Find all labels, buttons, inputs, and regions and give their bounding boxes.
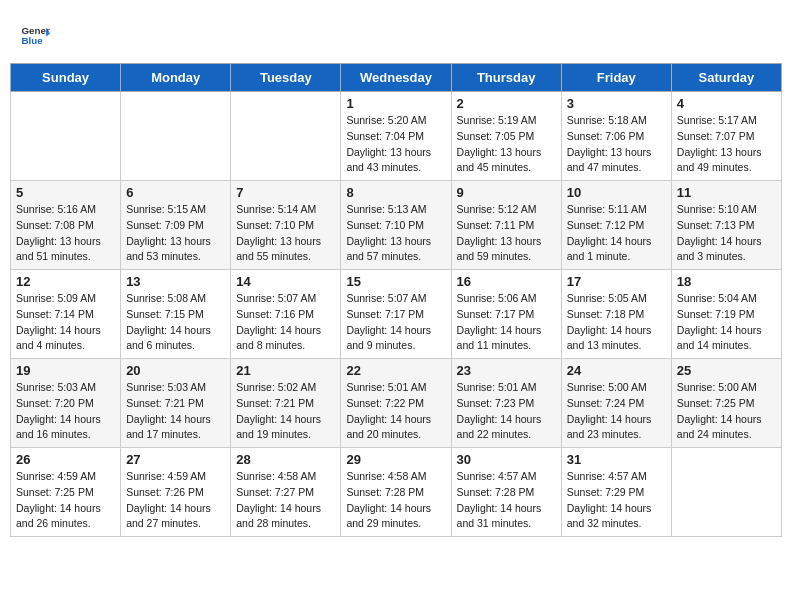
calendar-cell: 15Sunrise: 5:07 AM Sunset: 7:17 PM Dayli…: [341, 270, 451, 359]
day-info: Sunrise: 5:08 AM Sunset: 7:15 PM Dayligh…: [126, 291, 225, 354]
weekday-header-thursday: Thursday: [451, 64, 561, 92]
day-number: 7: [236, 185, 335, 200]
day-info: Sunrise: 5:00 AM Sunset: 7:24 PM Dayligh…: [567, 380, 666, 443]
calendar-cell: 28Sunrise: 4:58 AM Sunset: 7:27 PM Dayli…: [231, 448, 341, 537]
day-number: 9: [457, 185, 556, 200]
day-info: Sunrise: 5:19 AM Sunset: 7:05 PM Dayligh…: [457, 113, 556, 176]
day-info: Sunrise: 4:58 AM Sunset: 7:27 PM Dayligh…: [236, 469, 335, 532]
calendar-cell: 5Sunrise: 5:16 AM Sunset: 7:08 PM Daylig…: [11, 181, 121, 270]
day-number: 12: [16, 274, 115, 289]
calendar-cell: [121, 92, 231, 181]
calendar-cell: 11Sunrise: 5:10 AM Sunset: 7:13 PM Dayli…: [671, 181, 781, 270]
day-number: 31: [567, 452, 666, 467]
calendar-cell: [671, 448, 781, 537]
day-info: Sunrise: 5:12 AM Sunset: 7:11 PM Dayligh…: [457, 202, 556, 265]
calendar-cell: 17Sunrise: 5:05 AM Sunset: 7:18 PM Dayli…: [561, 270, 671, 359]
calendar-cell: 3Sunrise: 5:18 AM Sunset: 7:06 PM Daylig…: [561, 92, 671, 181]
day-number: 22: [346, 363, 445, 378]
day-number: 5: [16, 185, 115, 200]
calendar-cell: [11, 92, 121, 181]
calendar-cell: 19Sunrise: 5:03 AM Sunset: 7:20 PM Dayli…: [11, 359, 121, 448]
day-number: 13: [126, 274, 225, 289]
day-info: Sunrise: 5:02 AM Sunset: 7:21 PM Dayligh…: [236, 380, 335, 443]
calendar-cell: 13Sunrise: 5:08 AM Sunset: 7:15 PM Dayli…: [121, 270, 231, 359]
day-info: Sunrise: 5:01 AM Sunset: 7:23 PM Dayligh…: [457, 380, 556, 443]
day-info: Sunrise: 5:03 AM Sunset: 7:21 PM Dayligh…: [126, 380, 225, 443]
day-number: 3: [567, 96, 666, 111]
logo: General Blue: [20, 20, 54, 50]
day-number: 27: [126, 452, 225, 467]
day-info: Sunrise: 5:00 AM Sunset: 7:25 PM Dayligh…: [677, 380, 776, 443]
weekday-header-monday: Monday: [121, 64, 231, 92]
calendar-cell: 7Sunrise: 5:14 AM Sunset: 7:10 PM Daylig…: [231, 181, 341, 270]
day-info: Sunrise: 5:17 AM Sunset: 7:07 PM Dayligh…: [677, 113, 776, 176]
day-number: 21: [236, 363, 335, 378]
weekday-header-saturday: Saturday: [671, 64, 781, 92]
day-info: Sunrise: 5:04 AM Sunset: 7:19 PM Dayligh…: [677, 291, 776, 354]
day-info: Sunrise: 5:07 AM Sunset: 7:16 PM Dayligh…: [236, 291, 335, 354]
day-info: Sunrise: 5:05 AM Sunset: 7:18 PM Dayligh…: [567, 291, 666, 354]
calendar-cell: 8Sunrise: 5:13 AM Sunset: 7:10 PM Daylig…: [341, 181, 451, 270]
calendar-cell: 6Sunrise: 5:15 AM Sunset: 7:09 PM Daylig…: [121, 181, 231, 270]
day-number: 10: [567, 185, 666, 200]
day-number: 6: [126, 185, 225, 200]
calendar-cell: 31Sunrise: 4:57 AM Sunset: 7:29 PM Dayli…: [561, 448, 671, 537]
day-number: 28: [236, 452, 335, 467]
day-number: 4: [677, 96, 776, 111]
day-number: 24: [567, 363, 666, 378]
calendar-cell: 27Sunrise: 4:59 AM Sunset: 7:26 PM Dayli…: [121, 448, 231, 537]
calendar-cell: [231, 92, 341, 181]
calendar-cell: 16Sunrise: 5:06 AM Sunset: 7:17 PM Dayli…: [451, 270, 561, 359]
day-info: Sunrise: 4:57 AM Sunset: 7:28 PM Dayligh…: [457, 469, 556, 532]
day-number: 18: [677, 274, 776, 289]
day-number: 25: [677, 363, 776, 378]
calendar-cell: 4Sunrise: 5:17 AM Sunset: 7:07 PM Daylig…: [671, 92, 781, 181]
day-number: 17: [567, 274, 666, 289]
day-info: Sunrise: 5:09 AM Sunset: 7:14 PM Dayligh…: [16, 291, 115, 354]
day-number: 15: [346, 274, 445, 289]
calendar-cell: 24Sunrise: 5:00 AM Sunset: 7:24 PM Dayli…: [561, 359, 671, 448]
day-info: Sunrise: 5:16 AM Sunset: 7:08 PM Dayligh…: [16, 202, 115, 265]
calendar-cell: 14Sunrise: 5:07 AM Sunset: 7:16 PM Dayli…: [231, 270, 341, 359]
calendar-cell: 23Sunrise: 5:01 AM Sunset: 7:23 PM Dayli…: [451, 359, 561, 448]
day-info: Sunrise: 5:15 AM Sunset: 7:09 PM Dayligh…: [126, 202, 225, 265]
calendar-cell: 26Sunrise: 4:59 AM Sunset: 7:25 PM Dayli…: [11, 448, 121, 537]
day-info: Sunrise: 5:03 AM Sunset: 7:20 PM Dayligh…: [16, 380, 115, 443]
day-number: 20: [126, 363, 225, 378]
day-number: 30: [457, 452, 556, 467]
day-info: Sunrise: 5:20 AM Sunset: 7:04 PM Dayligh…: [346, 113, 445, 176]
day-number: 2: [457, 96, 556, 111]
calendar-cell: 20Sunrise: 5:03 AM Sunset: 7:21 PM Dayli…: [121, 359, 231, 448]
day-number: 19: [16, 363, 115, 378]
calendar-cell: 1Sunrise: 5:20 AM Sunset: 7:04 PM Daylig…: [341, 92, 451, 181]
day-info: Sunrise: 5:13 AM Sunset: 7:10 PM Dayligh…: [346, 202, 445, 265]
logo-icon: General Blue: [20, 20, 50, 50]
page-header: General Blue: [10, 10, 782, 55]
day-info: Sunrise: 5:11 AM Sunset: 7:12 PM Dayligh…: [567, 202, 666, 265]
calendar-cell: 25Sunrise: 5:00 AM Sunset: 7:25 PM Dayli…: [671, 359, 781, 448]
calendar-cell: 18Sunrise: 5:04 AM Sunset: 7:19 PM Dayli…: [671, 270, 781, 359]
day-info: Sunrise: 4:58 AM Sunset: 7:28 PM Dayligh…: [346, 469, 445, 532]
day-number: 23: [457, 363, 556, 378]
calendar-table: SundayMondayTuesdayWednesdayThursdayFrid…: [10, 63, 782, 537]
day-info: Sunrise: 4:57 AM Sunset: 7:29 PM Dayligh…: [567, 469, 666, 532]
calendar-cell: 2Sunrise: 5:19 AM Sunset: 7:05 PM Daylig…: [451, 92, 561, 181]
day-number: 8: [346, 185, 445, 200]
day-info: Sunrise: 4:59 AM Sunset: 7:25 PM Dayligh…: [16, 469, 115, 532]
calendar-cell: 9Sunrise: 5:12 AM Sunset: 7:11 PM Daylig…: [451, 181, 561, 270]
day-info: Sunrise: 5:10 AM Sunset: 7:13 PM Dayligh…: [677, 202, 776, 265]
calendar-cell: 12Sunrise: 5:09 AM Sunset: 7:14 PM Dayli…: [11, 270, 121, 359]
calendar-cell: 21Sunrise: 5:02 AM Sunset: 7:21 PM Dayli…: [231, 359, 341, 448]
day-number: 1: [346, 96, 445, 111]
day-info: Sunrise: 4:59 AM Sunset: 7:26 PM Dayligh…: [126, 469, 225, 532]
day-info: Sunrise: 5:18 AM Sunset: 7:06 PM Dayligh…: [567, 113, 666, 176]
calendar-cell: 29Sunrise: 4:58 AM Sunset: 7:28 PM Dayli…: [341, 448, 451, 537]
day-number: 29: [346, 452, 445, 467]
day-number: 26: [16, 452, 115, 467]
day-number: 11: [677, 185, 776, 200]
weekday-header-tuesday: Tuesday: [231, 64, 341, 92]
day-info: Sunrise: 5:01 AM Sunset: 7:22 PM Dayligh…: [346, 380, 445, 443]
day-number: 16: [457, 274, 556, 289]
weekday-header-wednesday: Wednesday: [341, 64, 451, 92]
svg-text:Blue: Blue: [22, 35, 44, 46]
